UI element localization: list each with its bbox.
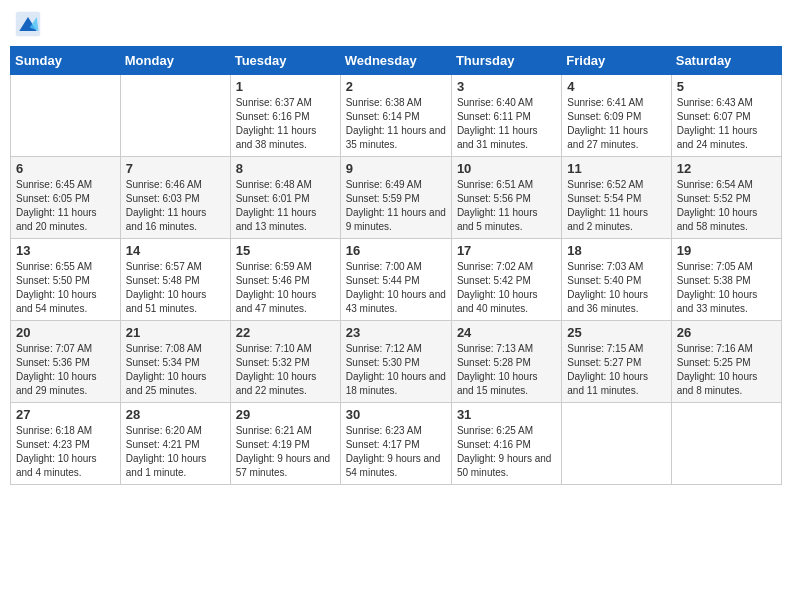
day-info: Sunrise: 6:37 AM Sunset: 6:16 PM Dayligh… — [236, 96, 335, 152]
day-number: 20 — [16, 325, 115, 340]
day-number: 29 — [236, 407, 335, 422]
day-info: Sunrise: 6:55 AM Sunset: 5:50 PM Dayligh… — [16, 260, 115, 316]
calendar-cell — [120, 75, 230, 157]
day-info: Sunrise: 6:25 AM Sunset: 4:16 PM Dayligh… — [457, 424, 556, 480]
day-number: 22 — [236, 325, 335, 340]
calendar-week-row: 27Sunrise: 6:18 AM Sunset: 4:23 PM Dayli… — [11, 403, 782, 485]
day-number: 26 — [677, 325, 776, 340]
day-number: 5 — [677, 79, 776, 94]
day-number: 16 — [346, 243, 446, 258]
day-number: 28 — [126, 407, 225, 422]
calendar-week-row: 1Sunrise: 6:37 AM Sunset: 6:16 PM Daylig… — [11, 75, 782, 157]
day-info: Sunrise: 6:40 AM Sunset: 6:11 PM Dayligh… — [457, 96, 556, 152]
day-info: Sunrise: 7:08 AM Sunset: 5:34 PM Dayligh… — [126, 342, 225, 398]
weekday-header-friday: Friday — [562, 47, 671, 75]
day-info: Sunrise: 7:05 AM Sunset: 5:38 PM Dayligh… — [677, 260, 776, 316]
calendar-cell: 28Sunrise: 6:20 AM Sunset: 4:21 PM Dayli… — [120, 403, 230, 485]
calendar-cell: 3Sunrise: 6:40 AM Sunset: 6:11 PM Daylig… — [451, 75, 561, 157]
day-info: Sunrise: 7:16 AM Sunset: 5:25 PM Dayligh… — [677, 342, 776, 398]
day-info: Sunrise: 7:00 AM Sunset: 5:44 PM Dayligh… — [346, 260, 446, 316]
day-number: 2 — [346, 79, 446, 94]
calendar-cell: 7Sunrise: 6:46 AM Sunset: 6:03 PM Daylig… — [120, 157, 230, 239]
day-number: 3 — [457, 79, 556, 94]
day-number: 31 — [457, 407, 556, 422]
calendar-cell: 25Sunrise: 7:15 AM Sunset: 5:27 PM Dayli… — [562, 321, 671, 403]
day-number: 15 — [236, 243, 335, 258]
day-info: Sunrise: 6:23 AM Sunset: 4:17 PM Dayligh… — [346, 424, 446, 480]
day-number: 11 — [567, 161, 665, 176]
day-number: 18 — [567, 243, 665, 258]
day-number: 12 — [677, 161, 776, 176]
day-info: Sunrise: 6:43 AM Sunset: 6:07 PM Dayligh… — [677, 96, 776, 152]
day-number: 4 — [567, 79, 665, 94]
day-number: 21 — [126, 325, 225, 340]
day-info: Sunrise: 6:20 AM Sunset: 4:21 PM Dayligh… — [126, 424, 225, 480]
weekday-header-thursday: Thursday — [451, 47, 561, 75]
calendar-cell: 10Sunrise: 6:51 AM Sunset: 5:56 PM Dayli… — [451, 157, 561, 239]
calendar-cell: 22Sunrise: 7:10 AM Sunset: 5:32 PM Dayli… — [230, 321, 340, 403]
calendar-cell: 1Sunrise: 6:37 AM Sunset: 6:16 PM Daylig… — [230, 75, 340, 157]
calendar-cell: 14Sunrise: 6:57 AM Sunset: 5:48 PM Dayli… — [120, 239, 230, 321]
day-info: Sunrise: 6:18 AM Sunset: 4:23 PM Dayligh… — [16, 424, 115, 480]
calendar-cell — [11, 75, 121, 157]
calendar-table: SundayMondayTuesdayWednesdayThursdayFrid… — [10, 46, 782, 485]
calendar-week-row: 20Sunrise: 7:07 AM Sunset: 5:36 PM Dayli… — [11, 321, 782, 403]
calendar-cell: 5Sunrise: 6:43 AM Sunset: 6:07 PM Daylig… — [671, 75, 781, 157]
calendar-cell: 13Sunrise: 6:55 AM Sunset: 5:50 PM Dayli… — [11, 239, 121, 321]
day-number: 23 — [346, 325, 446, 340]
day-info: Sunrise: 6:46 AM Sunset: 6:03 PM Dayligh… — [126, 178, 225, 234]
calendar-cell: 31Sunrise: 6:25 AM Sunset: 4:16 PM Dayli… — [451, 403, 561, 485]
calendar-cell: 23Sunrise: 7:12 AM Sunset: 5:30 PM Dayli… — [340, 321, 451, 403]
weekday-header-row: SundayMondayTuesdayWednesdayThursdayFrid… — [11, 47, 782, 75]
day-number: 1 — [236, 79, 335, 94]
calendar-cell: 9Sunrise: 6:49 AM Sunset: 5:59 PM Daylig… — [340, 157, 451, 239]
calendar-cell: 20Sunrise: 7:07 AM Sunset: 5:36 PM Dayli… — [11, 321, 121, 403]
day-number: 8 — [236, 161, 335, 176]
day-info: Sunrise: 6:49 AM Sunset: 5:59 PM Dayligh… — [346, 178, 446, 234]
weekday-header-saturday: Saturday — [671, 47, 781, 75]
page-header — [10, 10, 782, 38]
day-number: 9 — [346, 161, 446, 176]
day-info: Sunrise: 7:12 AM Sunset: 5:30 PM Dayligh… — [346, 342, 446, 398]
calendar-cell: 8Sunrise: 6:48 AM Sunset: 6:01 PM Daylig… — [230, 157, 340, 239]
day-number: 7 — [126, 161, 225, 176]
day-number: 24 — [457, 325, 556, 340]
day-info: Sunrise: 6:45 AM Sunset: 6:05 PM Dayligh… — [16, 178, 115, 234]
day-info: Sunrise: 6:52 AM Sunset: 5:54 PM Dayligh… — [567, 178, 665, 234]
day-number: 6 — [16, 161, 115, 176]
day-number: 30 — [346, 407, 446, 422]
day-info: Sunrise: 6:48 AM Sunset: 6:01 PM Dayligh… — [236, 178, 335, 234]
weekday-header-monday: Monday — [120, 47, 230, 75]
day-number: 19 — [677, 243, 776, 258]
logo — [14, 10, 46, 38]
day-number: 17 — [457, 243, 556, 258]
day-number: 13 — [16, 243, 115, 258]
day-info: Sunrise: 6:41 AM Sunset: 6:09 PM Dayligh… — [567, 96, 665, 152]
day-info: Sunrise: 6:57 AM Sunset: 5:48 PM Dayligh… — [126, 260, 225, 316]
calendar-cell: 12Sunrise: 6:54 AM Sunset: 5:52 PM Dayli… — [671, 157, 781, 239]
calendar-cell: 19Sunrise: 7:05 AM Sunset: 5:38 PM Dayli… — [671, 239, 781, 321]
calendar-cell: 2Sunrise: 6:38 AM Sunset: 6:14 PM Daylig… — [340, 75, 451, 157]
weekday-header-tuesday: Tuesday — [230, 47, 340, 75]
day-info: Sunrise: 7:02 AM Sunset: 5:42 PM Dayligh… — [457, 260, 556, 316]
day-number: 25 — [567, 325, 665, 340]
calendar-cell: 27Sunrise: 6:18 AM Sunset: 4:23 PM Dayli… — [11, 403, 121, 485]
calendar-cell: 6Sunrise: 6:45 AM Sunset: 6:05 PM Daylig… — [11, 157, 121, 239]
day-number: 10 — [457, 161, 556, 176]
weekday-header-wednesday: Wednesday — [340, 47, 451, 75]
day-info: Sunrise: 6:38 AM Sunset: 6:14 PM Dayligh… — [346, 96, 446, 152]
calendar-cell: 21Sunrise: 7:08 AM Sunset: 5:34 PM Dayli… — [120, 321, 230, 403]
calendar-cell: 11Sunrise: 6:52 AM Sunset: 5:54 PM Dayli… — [562, 157, 671, 239]
day-number: 14 — [126, 243, 225, 258]
calendar-week-row: 13Sunrise: 6:55 AM Sunset: 5:50 PM Dayli… — [11, 239, 782, 321]
weekday-header-sunday: Sunday — [11, 47, 121, 75]
day-info: Sunrise: 7:03 AM Sunset: 5:40 PM Dayligh… — [567, 260, 665, 316]
calendar-cell — [562, 403, 671, 485]
calendar-cell — [671, 403, 781, 485]
day-info: Sunrise: 6:59 AM Sunset: 5:46 PM Dayligh… — [236, 260, 335, 316]
calendar-cell: 29Sunrise: 6:21 AM Sunset: 4:19 PM Dayli… — [230, 403, 340, 485]
day-info: Sunrise: 6:21 AM Sunset: 4:19 PM Dayligh… — [236, 424, 335, 480]
day-info: Sunrise: 7:13 AM Sunset: 5:28 PM Dayligh… — [457, 342, 556, 398]
day-info: Sunrise: 7:15 AM Sunset: 5:27 PM Dayligh… — [567, 342, 665, 398]
calendar-week-row: 6Sunrise: 6:45 AM Sunset: 6:05 PM Daylig… — [11, 157, 782, 239]
